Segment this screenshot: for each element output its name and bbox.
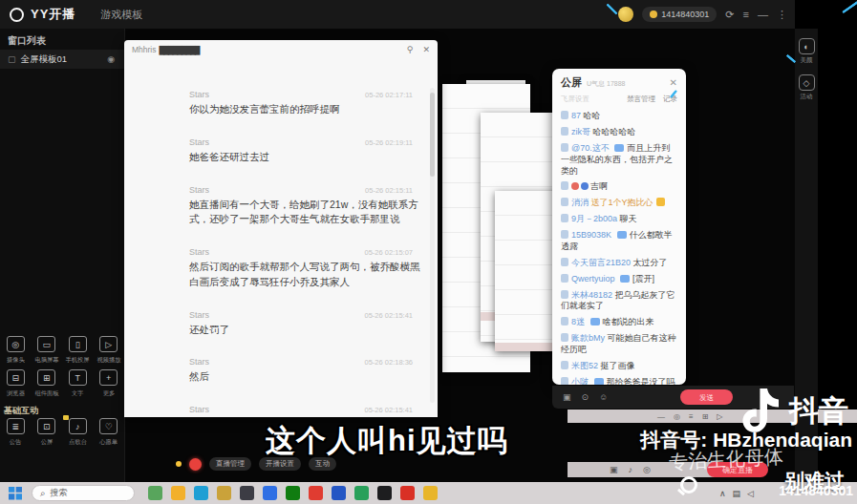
camera-icon[interactable]: ◎: [674, 412, 680, 421]
source-phone[interactable]: ▯手机投屏: [63, 336, 92, 365]
taskbar-app-icon[interactable]: [309, 486, 323, 500]
source-video[interactable]: ▷视频播放: [95, 336, 123, 365]
chat-window-titlebar[interactable]: Mhhris █████████ ⚲ ✕: [124, 40, 438, 59]
pen-scribble: [842, 1, 857, 14]
magnifier-icon: [680, 476, 697, 494]
message-time: 05-26 02:18:36: [365, 358, 413, 367]
minimize-icon[interactable]: —: [657, 412, 665, 421]
account-id-pill[interactable]: 1414840301: [642, 7, 717, 22]
grid-icon[interactable]: ⊞: [702, 412, 709, 421]
message-time: 05-26 02:15:41: [365, 406, 413, 414]
panel-author: 账款bMy: [571, 333, 608, 343]
level-badge-icon: [561, 143, 568, 152]
taskbar-app-icon[interactable]: [194, 486, 208, 500]
panel-message: zik哥 哈哈哈哈哈: [561, 127, 677, 138]
panel-author: 米林48182: [571, 290, 615, 300]
source-plus[interactable]: +更多: [95, 369, 123, 398]
pin-icon[interactable]: ⚲: [407, 45, 414, 54]
avatar[interactable]: [618, 7, 633, 22]
image-icon[interactable]: ▣: [563, 392, 571, 402]
image-icon[interactable]: ▣: [610, 465, 618, 474]
network-icon[interactable]: ▤: [733, 489, 741, 498]
panel-message: 15B9038K 什么都敢半透露: [561, 230, 677, 253]
source-text[interactable]: T文字: [63, 369, 92, 398]
taskbar-app-icon[interactable]: [171, 486, 185, 500]
start-button[interactable]: [9, 487, 22, 500]
scrollbar-thumb[interactable]: [430, 93, 435, 177]
tray-number-overlay: 1414840301: [779, 483, 853, 498]
close-icon[interactable]: ✕: [670, 77, 677, 88]
source-wish[interactable]: ♡心愿单: [95, 418, 123, 447]
tab-mute-manage[interactable]: 禁言管理: [627, 94, 655, 104]
beauty-icon: ◐: [799, 38, 815, 54]
taskbar-app-icon[interactable]: [286, 486, 300, 500]
phone-icon: ▯: [69, 336, 87, 352]
window-list-item[interactable]: ▢ 全屏模板01 ◉: [0, 50, 124, 69]
send-button[interactable]: 发送: [680, 389, 733, 405]
plus-icon: +: [99, 369, 118, 386]
emoji-dot-blue: [581, 182, 589, 190]
window-list-label: 窗口列表: [8, 34, 46, 48]
more-icon[interactable]: ⋮: [777, 0, 787, 29]
panel-text: [震开]: [632, 274, 654, 284]
taskbar-app-icon[interactable]: [240, 486, 254, 500]
tab-game-template[interactable]: 游戏模板: [100, 8, 142, 22]
taskbar-app-icon[interactable]: [423, 486, 438, 500]
message-text: 她爸爸还研过去过: [189, 150, 420, 165]
source-notice[interactable]: ≣公告: [1, 418, 30, 447]
refresh-icon[interactable]: ⟳: [725, 0, 734, 29]
panel-message: 米图52 挺了画像: [561, 361, 677, 372]
taskbar-app-icon[interactable]: [217, 486, 231, 500]
tool-live-manage[interactable]: 直播管理: [209, 457, 251, 471]
volume-icon[interactable]: ◁: [747, 489, 754, 498]
taskbar-search[interactable]: ⌕ 搜索: [32, 485, 135, 501]
message-header: Stars05-26 02:15:11: [189, 185, 426, 195]
level-badge-icon: [561, 230, 568, 239]
menu-icon[interactable]: ≡: [743, 0, 749, 29]
source-song[interactable]: ♪点歌台: [63, 418, 92, 447]
chat-message: Stars05-26 02:15:41之前女行的几个歌手要走，开不退她们的工会: [189, 405, 426, 417]
mic-icon[interactable]: ⊙: [582, 392, 589, 402]
fan-medal-icon: [590, 318, 600, 326]
source-browser[interactable]: ⊟浏览器: [1, 369, 30, 398]
system-tray[interactable]: ∧ ▤ ◁: [719, 489, 754, 498]
chat-message: Stars05-26 02:17:11你以为她没发言蕾宝前的招呼提啊: [189, 90, 426, 117]
taskbar-app-icon[interactable]: [354, 486, 369, 500]
taskbar-app-icons: [148, 486, 438, 500]
panel-message: 今天留言21B20 太过分了: [561, 258, 677, 269]
browser-icon: ⊟: [7, 369, 25, 386]
message-time: 05-26 02:15:07: [365, 248, 413, 257]
record-button[interactable]: [189, 458, 202, 471]
level-badge-icon: [561, 198, 568, 206]
song-icon: ♪: [69, 418, 87, 434]
douyin-brand-text: 抖音: [789, 391, 848, 431]
play-icon[interactable]: ▷: [717, 412, 722, 421]
emoji-icon[interactable]: ☺: [599, 392, 608, 402]
close-icon[interactable]: ✕: [422, 45, 430, 54]
source-widget[interactable]: ⊞组件面板: [32, 369, 61, 398]
source-label: 摄像头: [7, 356, 25, 365]
music-icon[interactable]: ♪: [629, 465, 633, 474]
search-placeholder: 搜索: [51, 487, 68, 499]
tab-screen-settings[interactable]: 飞屏设置: [561, 94, 589, 104]
source-label: 公屏: [40, 438, 53, 447]
source-chat[interactable]: ⊡公屏: [32, 418, 61, 447]
taskbar-app-icon[interactable]: [148, 486, 162, 500]
panel-author: Qwertyuiop: [571, 274, 617, 284]
rail-item-activity[interactable]: ◇ 活动: [795, 74, 818, 101]
taskbar-app-icon[interactable]: [263, 486, 277, 500]
source-camera[interactable]: ◎摄像头: [1, 336, 30, 365]
emoji-dot-red: [571, 182, 579, 190]
taskbar-app-icon[interactable]: [377, 486, 392, 500]
taskbar-app-icon[interactable]: [400, 486, 415, 500]
menu-icon[interactable]: ≡: [689, 412, 694, 421]
panel-author: 消消: [571, 198, 591, 207]
message-text: 还处罚了: [189, 323, 420, 338]
tray-caret-icon[interactable]: ∧: [719, 489, 726, 498]
source-screen[interactable]: ▭电脑屏幕: [32, 336, 61, 365]
visibility-eye-icon[interactable]: ◉: [107, 54, 115, 64]
camera-icon[interactable]: ◎: [643, 465, 651, 474]
rail-item-beauty[interactable]: ◐ 美颜: [795, 38, 818, 65]
taskbar-app-icon[interactable]: [332, 486, 346, 500]
minimize-icon[interactable]: —: [758, 0, 768, 29]
